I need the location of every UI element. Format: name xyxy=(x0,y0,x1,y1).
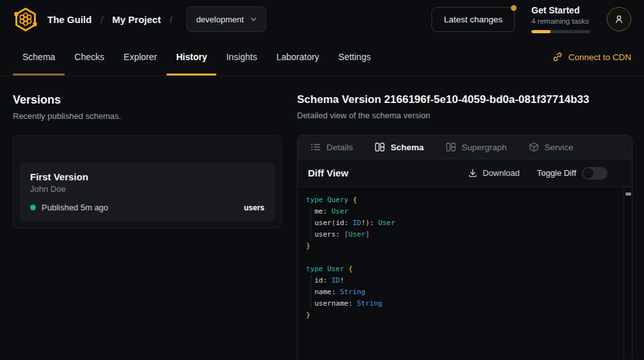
nav-tab-label: History xyxy=(176,52,207,62)
latest-changes-wrap: Latest changes xyxy=(431,7,515,32)
latest-changes-button[interactable]: Latest changes xyxy=(431,7,515,32)
download-icon xyxy=(468,168,478,178)
versions-title: Versions xyxy=(13,93,282,107)
nav-tab-explorer[interactable]: Explorer xyxy=(114,38,166,75)
breadcrumb-org[interactable]: The Guild xyxy=(47,14,92,25)
nav-tab-laboratory[interactable]: Laboratory xyxy=(267,38,329,75)
code-block[interactable]: type Query { me: User user(id: ID!): Use… xyxy=(298,187,632,329)
nav-tab-schema[interactable]: Schema xyxy=(13,38,65,75)
nav-tab-label: Settings xyxy=(339,52,371,62)
diff-view-title: Diff View xyxy=(308,168,348,178)
nav-tab-history[interactable]: History xyxy=(166,38,216,75)
nav-tab-label: Checks xyxy=(74,52,104,62)
get-started-widget[interactable]: Get Started 4 remaining tasks xyxy=(531,5,590,33)
get-started-progress-bar xyxy=(531,30,590,33)
get-started-title: Get Started xyxy=(531,5,590,16)
get-started-subtitle: 4 remaining tasks xyxy=(531,17,590,26)
service-name-badge: users xyxy=(244,203,264,212)
schema-detail-panel: Details Schema xyxy=(297,135,632,359)
chevron-down-icon xyxy=(250,17,257,21)
tab-label: Service xyxy=(545,143,574,152)
tab-schema[interactable]: Schema xyxy=(374,142,424,152)
tab-label: Supergraph xyxy=(462,143,507,152)
breadcrumb-separator: / xyxy=(101,14,103,25)
target-selector-dropdown[interactable]: development xyxy=(186,6,266,32)
nav-tab-label: Explorer xyxy=(124,52,157,62)
download-label: Download xyxy=(483,168,520,178)
connect-to-cdn-link[interactable]: Connect to CDN xyxy=(552,38,631,75)
version-meta-row: Published 5m ago users xyxy=(30,203,264,212)
nav-tab-settings[interactable]: Settings xyxy=(329,38,381,75)
tab-label: Details xyxy=(326,143,353,152)
link-icon xyxy=(552,52,563,62)
version-status: Published 5m ago xyxy=(42,203,108,212)
schema-version-subtitle: Detailed view of the schema version xyxy=(297,111,632,121)
cube-icon xyxy=(529,142,539,152)
toggle-diff-switch[interactable] xyxy=(582,167,608,180)
nav-tab-label: Schema xyxy=(22,52,55,62)
versions-subtitle: Recently published schemas. xyxy=(13,111,282,121)
nav-tab-label: Laboratory xyxy=(277,52,319,62)
breadcrumb-separator: / xyxy=(170,14,172,25)
user-avatar[interactable] xyxy=(607,7,631,31)
get-started-progress-fill xyxy=(531,30,551,33)
nav-tab-insights[interactable]: Insights xyxy=(216,38,266,75)
columns-icon xyxy=(446,142,456,152)
switch-knob xyxy=(583,168,593,178)
tab-service[interactable]: Service xyxy=(529,142,574,152)
diff-view-actions: Download Toggle Diff xyxy=(468,167,608,180)
header-actions: Latest changes Get Started 4 remaining t… xyxy=(431,5,631,33)
versions-list-card: First Version John Doe Published 5m ago … xyxy=(13,135,282,228)
nav-tab-list: Schema Checks Explorer History Insights … xyxy=(13,38,380,75)
version-list-item[interactable]: First Version John Doe Published 5m ago … xyxy=(20,162,275,222)
published-status-dot xyxy=(30,205,36,210)
top-header: The Guild / My Project / development Lat… xyxy=(0,0,644,38)
schema-code-area: type Query { me: User user(id: ID!): Use… xyxy=(298,187,632,359)
tab-details[interactable]: Details xyxy=(310,142,353,152)
schema-version-column: Schema Version 2166196f-5e10-4059-bd0a-0… xyxy=(297,93,632,359)
tab-label: Schema xyxy=(390,143,424,152)
nav-tab-label: Insights xyxy=(226,52,257,62)
app-window: The Guild / My Project / development Lat… xyxy=(0,0,644,360)
nav-tab-checks[interactable]: Checks xyxy=(65,38,114,75)
version-name: First Version xyxy=(30,171,264,183)
detail-tab-bar: Details Schema xyxy=(298,136,632,159)
download-button[interactable]: Download xyxy=(468,168,520,178)
notification-dot xyxy=(511,5,517,11)
diff-view-header: Diff View Download Toggle Diff xyxy=(298,159,632,187)
version-author: John Doe xyxy=(30,184,264,194)
toggle-diff-label: Toggle Diff xyxy=(537,168,576,178)
versions-column: Versions Recently published schemas. Fir… xyxy=(13,93,282,359)
scrollbar-thumb[interactable] xyxy=(625,192,631,196)
breadcrumb-project[interactable]: My Project xyxy=(112,14,161,25)
user-icon xyxy=(613,13,625,26)
target-selector-value: development xyxy=(196,15,243,24)
list-icon xyxy=(310,142,321,152)
hive-logo-icon[interactable] xyxy=(13,6,38,32)
main-nav: Schema Checks Explorer History Insights … xyxy=(0,38,644,76)
columns-icon xyxy=(374,142,385,152)
main-content: Versions Recently published schemas. Fir… xyxy=(0,76,644,359)
connect-to-cdn-label: Connect to CDN xyxy=(568,52,631,62)
tab-supergraph[interactable]: Supergraph xyxy=(446,142,507,152)
code-scrollbar[interactable] xyxy=(624,187,632,359)
schema-version-title: Schema Version 2166196f-5e10-4059-bd0a-0… xyxy=(297,93,632,107)
breadcrumb: The Guild / My Project / development xyxy=(13,6,266,32)
